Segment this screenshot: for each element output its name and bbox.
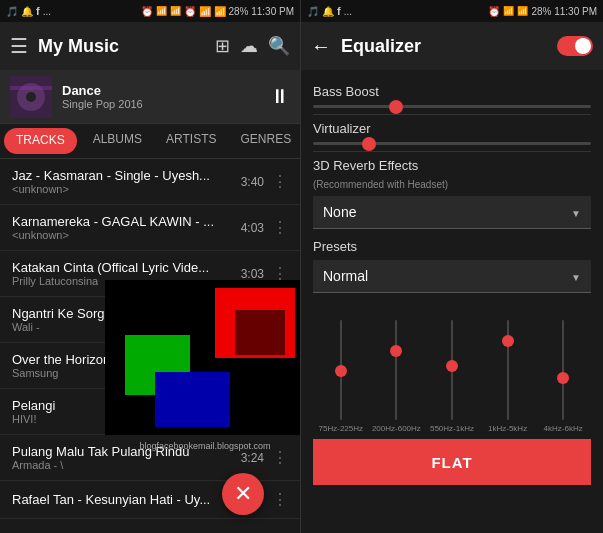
dark-red-block <box>235 310 285 355</box>
status-bar-right: 🎵 🔔 f ... ⏰ 📶 📶 28% 11:30 PM <box>301 0 603 22</box>
eq-band-4: 1kHz-5kHz <box>480 303 536 433</box>
equalizer-header: ← Equalizer <box>301 22 603 70</box>
track-artist: <unknown> <box>12 229 241 241</box>
divider <box>313 151 591 152</box>
search-icon[interactable]: 🔍 <box>268 35 290 57</box>
track-item[interactable]: Jaz - Kasmaran - Single - Uyesh... <unkn… <box>0 159 300 205</box>
back-button[interactable]: ← <box>311 35 331 58</box>
track-duration: 3:03 <box>241 267 264 281</box>
track-item[interactable]: Karnamereka - GAGAL KAWIN - ... <unknown… <box>0 205 300 251</box>
color-overlay-image <box>105 280 300 435</box>
track-name: Karnamereka - GAGAL KAWIN - ... <box>12 214 241 229</box>
eq-band-track-4[interactable] <box>507 320 509 420</box>
download-icon[interactable]: ☁ <box>240 35 258 57</box>
svg-point-2 <box>26 92 36 102</box>
notification-icon-r: 🔔 <box>322 6 334 17</box>
alarm-icon: ⏰ <box>141 6 153 17</box>
track-name: Jaz - Kasmaran - Single - Uyesh... <box>12 168 241 183</box>
status-right-info: ⏰ 📶 📶 ⏰ 📶 📶 28% 11:30 PM <box>141 6 294 17</box>
track-info: Karnamereka - GAGAL KAWIN - ... <unknown… <box>12 214 241 241</box>
signal-icon-r: 📶 <box>503 6 514 16</box>
equalizer-content: Bass Boost Virtualizer 3D Reverb Effects… <box>301 70 603 533</box>
bass-boost-slider-row <box>313 105 591 108</box>
eq-band-thumb-2[interactable] <box>390 345 402 357</box>
bass-boost-section: Bass Boost <box>313 84 591 108</box>
left-panel: 🎵 🔔 f ... ⏰ 📶 📶 ⏰ 📶 📶 28% 11:30 PM ☰ My … <box>0 0 300 533</box>
presets-dropdown[interactable]: Normal Classical Dance Flat Folk Heavy M… <box>313 260 591 293</box>
music-icon-r: 🎵 <box>307 6 319 17</box>
track-info: Jaz - Kasmaran - Single - Uyesh... <unkn… <box>12 168 241 195</box>
now-playing-info: Dance Single Pop 2016 <box>62 83 260 110</box>
hamburger-icon[interactable]: ☰ <box>10 34 28 58</box>
more-icon[interactable]: ⋮ <box>270 172 290 191</box>
status-right-right-icons: ⏰ 📶 📶 28% 11:30 PM <box>488 6 597 17</box>
track-duration: 3:40 <box>241 175 264 189</box>
eq-band-thumb-3[interactable] <box>446 360 458 372</box>
tab-artists[interactable]: ARTISTS <box>154 124 228 158</box>
track-duration: 4:03 <box>241 221 264 235</box>
album-art <box>10 76 52 118</box>
tab-genres[interactable]: GENRES <box>229 124 300 158</box>
battery-percent-r: 28% 11:30 PM <box>531 6 597 17</box>
virtualizer-slider-row <box>313 142 591 145</box>
eq-band-thumb-4[interactable] <box>502 335 514 347</box>
eq-band-thumb-5[interactable] <box>557 372 569 384</box>
overlay-label: blogfacebookemail.blogspot.com <box>105 441 300 451</box>
virtualizer-section: Virtualizer <box>313 121 591 145</box>
eq-band-label-3: 550Hz-1kHz <box>430 424 474 433</box>
status-dots-r: ... <box>344 6 352 17</box>
status-bar-left: 🎵 🔔 f ... ⏰ 📶 📶 ⏰ 📶 📶 28% 11:30 PM <box>0 0 300 22</box>
reverb-sub-label: (Recommended with Headset) <box>313 179 591 190</box>
notification-icon: 🔔 <box>21 6 33 17</box>
status-dots: ... <box>43 6 51 17</box>
eq-band-thumb-1[interactable] <box>335 365 347 377</box>
facebook-icon: f <box>36 5 40 17</box>
eq-band-track-1[interactable] <box>340 320 342 420</box>
status-right-left-icons: 🎵 🔔 f ... <box>307 5 352 17</box>
page-title: My Music <box>38 36 205 57</box>
tab-tracks[interactable]: TRACKS <box>4 128 77 154</box>
bass-boost-thumb[interactable] <box>389 100 403 114</box>
virtualizer-thumb[interactable] <box>362 137 376 151</box>
presets-dropdown-wrapper: Normal Classical Dance Flat Folk Heavy M… <box>313 260 591 293</box>
reverb-dropdown[interactable]: None Large Hall Large Room Medium Hall <box>313 196 591 229</box>
eq-band-1: 75Hz-225Hz <box>313 303 369 433</box>
track-duration: 3:24 <box>241 451 264 465</box>
eq-band-label-2: 200Hz-600Hz <box>372 424 421 433</box>
equalizer-title: Equalizer <box>341 36 547 57</box>
reverb-label: 3D Reverb Effects <box>313 158 591 173</box>
eq-band-2: 200Hz-600Hz <box>369 303 425 433</box>
track-artist: <unknown> <box>12 183 241 195</box>
pause-button[interactable]: ⏸ <box>270 85 290 108</box>
eq-band-track-2[interactable] <box>395 320 397 420</box>
blue-block <box>155 372 230 427</box>
presets-section: Presets Normal Classical Dance Flat Folk… <box>313 239 591 293</box>
music-icon: 🎵 <box>6 6 18 17</box>
overlay-image-container: blogfacebookemail.blogspot.com <box>105 280 300 435</box>
track-artist: Armada - \ <box>12 459 241 471</box>
alarm-icon-r: ⏰ <box>488 6 500 17</box>
flat-button[interactable]: FLAT <box>313 439 591 485</box>
reverb-dropdown-wrapper: None Large Hall Large Room Medium Hall <box>313 196 591 229</box>
fab-delete-button[interactable]: ✕ <box>222 473 264 515</box>
eq-band-track-5[interactable] <box>562 320 564 420</box>
battery-icon: 📶 <box>170 6 181 16</box>
battery-percent: ⏰ 📶 📶 28% 11:30 PM <box>184 6 294 17</box>
now-playing-meta: Single Pop 2016 <box>62 98 260 110</box>
bass-boost-track[interactable] <box>313 105 591 108</box>
right-panel: 🎵 🔔 f ... ⏰ 📶 📶 28% 11:30 PM ← Equalizer… <box>300 0 603 533</box>
eq-band-track-3[interactable] <box>451 320 453 420</box>
reverb-section: 3D Reverb Effects (Recommended with Head… <box>313 158 591 229</box>
equalizer-toggle[interactable] <box>557 36 593 56</box>
more-icon[interactable]: ⋮ <box>270 218 290 237</box>
signal-icon: 📶 <box>156 6 167 16</box>
now-playing-bar[interactable]: Dance Single Pop 2016 ⏸ <box>0 70 300 124</box>
battery-icon-r: 📶 <box>517 6 528 16</box>
eq-band-label-1: 75Hz-225Hz <box>319 424 363 433</box>
virtualizer-track[interactable] <box>313 142 591 145</box>
tab-albums[interactable]: ALBUMS <box>81 124 154 158</box>
list-view-icon[interactable]: ⊞ <box>215 35 230 57</box>
more-icon[interactable]: ⋮ <box>270 490 290 509</box>
svg-rect-3 <box>10 86 52 90</box>
facebook-icon-r: f <box>337 5 341 17</box>
